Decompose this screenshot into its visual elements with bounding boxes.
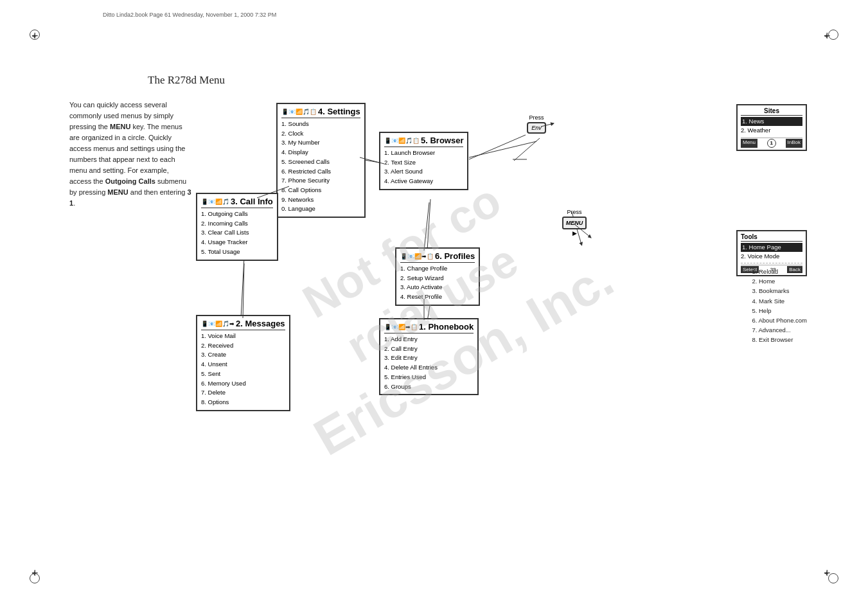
tools-sublist-8: 8. Exit Browser [752, 335, 807, 344]
watermark: Not for corcial useEricsson, Inc. [0, 0, 868, 613]
press-env-button: Env [527, 122, 546, 134]
box-callinfo: 📱📧📶🎵 3. Call Info 1. Outgoing Calls 2. I… [196, 193, 278, 261]
settings-header: 📱📧📶🎵📋 4. Settings [281, 107, 360, 118]
messages-header: 📱📧📶🎵➡ 2. Messages [201, 319, 285, 330]
browser-item-4: 4. Active Gateway [384, 177, 463, 186]
sites-footer-inbox: InBok [786, 139, 802, 148]
svg-connections [0, 0, 868, 613]
box-messages: 📱📧📶🎵➡ 2. Messages 1. Voice Mail 2. Recei… [196, 315, 290, 411]
tools-sublist: 1. Reload 2. Home 3. Bookmarks 4. Mark S… [752, 267, 807, 345]
press-menu-arrow: ▶ [572, 230, 577, 236]
tools-sublist-1: 1. Reload [752, 267, 807, 276]
callinfo-icons: 📱📧📶🎵 [201, 199, 229, 205]
tools-sublist-4: 4. Mark Site [752, 296, 807, 306]
tools-item-2: 2. Voice Mode [741, 252, 802, 261]
messages-item-8: 8. Options [201, 398, 285, 407]
corner-circle-tr [828, 30, 838, 40]
sites-footer: Menu 1 InBok [741, 138, 802, 148]
description-text: You can quickly access several commonly … [69, 101, 191, 207]
messages-item-7: 7. Delete [201, 388, 285, 398]
page-header: Ditto Linda2.book Page 61 Wednesday, Nov… [103, 12, 276, 18]
svg-line-14 [424, 202, 429, 251]
sites-footer-icon: 1 [767, 139, 776, 148]
tools-sublist-5: 5. Help [752, 306, 807, 315]
panel-sites: Sites 1. News 2. Weather Menu 1 InBok [736, 104, 807, 151]
profiles-item-4: 4. Reset Profile [400, 292, 475, 302]
callinfo-header: 📱📧📶🎵 3. Call Info [201, 197, 273, 208]
profiles-item-3: 3. Auto Activate [400, 283, 475, 292]
messages-items: 1. Voice Mail 2. Received 3. Create 4. U… [201, 332, 285, 407]
settings-item-6: 6. Restricted Calls [281, 167, 360, 177]
browser-header: 📱📧📶🎵📋 5. Browser [384, 136, 463, 147]
callinfo-item-2: 2. Incoming Calls [201, 219, 273, 229]
profiles-item-2: 2. Setup Wizard [400, 274, 475, 283]
browser-icons: 📱📧📶🎵📋 [384, 138, 420, 144]
messages-item-2: 2. Received [201, 341, 285, 351]
settings-item-5: 5. Screened Calls [281, 157, 360, 167]
phonebook-item-5: 5. Entries Used [384, 373, 474, 382]
tools-item-1: 1. Home Page [741, 243, 802, 252]
svg-line-1 [469, 141, 536, 157]
press-menu-group: Press MENU ▶ [562, 209, 587, 236]
tools-sublist-3: 3. Bookmarks [752, 286, 807, 296]
profiles-items: 1. Change Profile 2. Setup Wizard 3. Aut… [400, 264, 475, 302]
description-block: You can quickly access several commonly … [69, 100, 191, 209]
phonebook-item-2: 2. Call Entry [384, 344, 474, 354]
messages-item-5: 5. Sent [201, 369, 285, 379]
connection-lines [0, 0, 868, 613]
press-menu-button: MENU [562, 217, 587, 229]
settings-item-8: 8. Call Options [281, 186, 360, 195]
profiles-icons: 📱📧📶➡📋 [400, 253, 434, 260]
press-label: Press [529, 114, 544, 121]
phonebook-items: 1. Add Entry 2. Call Entry 3. Edit Entry… [384, 335, 474, 391]
sites-title: Sites [741, 107, 802, 116]
settings-item-1: 1. Sounds [281, 120, 360, 129]
tools-sublist-6: 6. About Phone.com [752, 315, 807, 325]
messages-item-6: 6. Memory Used [201, 379, 285, 389]
svg-line-16 [243, 263, 244, 318]
svg-line-11 [469, 135, 526, 159]
sites-item-1: 1. News [741, 117, 802, 126]
corner-circle-br [828, 573, 838, 583]
browser-item-3: 3. Alert Sound [384, 167, 463, 177]
browser-items: 1. Launch Browser 2. Text Size 3. Alert … [384, 148, 463, 186]
browser-item-2: 2. Text Size [384, 158, 463, 168]
profiles-title: 6. Profiles [435, 251, 475, 261]
settings-item-9: 9. Networks [281, 195, 360, 205]
phonebook-item-3: 3. Edit Entry [384, 353, 474, 363]
messages-icons: 📱📧📶🎵➡ [201, 321, 235, 327]
phonebook-item-6: 6. Groups [384, 382, 474, 392]
settings-icons: 📱📧📶🎵📋 [281, 109, 317, 115]
browser-title: 5. Browser [421, 136, 463, 145]
phonebook-header: 📱📧📶➡📋 1. Phonebook [384, 322, 474, 333]
callinfo-items: 1. Outgoing Calls 2. Incoming Calls 3. C… [201, 209, 273, 257]
callinfo-item-3: 3. Clear Call Lists [201, 228, 273, 238]
callinfo-item-1: 1. Outgoing Calls [201, 209, 273, 219]
settings-item-0: 0. Language [281, 204, 360, 214]
tools-title: Tools [741, 233, 802, 242]
svg-line-4 [241, 257, 244, 318]
box-profiles: 📱📧📶➡📋 6. Profiles 1. Change Profile 2. S… [395, 247, 480, 306]
press-menu-label: Press [567, 209, 581, 215]
phonebook-icons: 📱📧📶➡📋 [384, 324, 418, 330]
messages-title: 2. Messages [236, 319, 285, 328]
sites-footer-menu: Menu [741, 139, 757, 148]
sites-items: 1. News 2. Weather [741, 117, 802, 136]
settings-items: 1. Sounds 2. Clock 3. My Number 4. Displ… [281, 120, 360, 214]
sites-item-2: 2. Weather [741, 126, 802, 135]
callinfo-item-5: 5. Total Usage [201, 247, 273, 257]
page-title: The R278d Menu [148, 74, 225, 87]
settings-item-3: 3. My Number [281, 138, 360, 148]
tools-divider [741, 263, 802, 263]
settings-item-7: 7. Phone Security [281, 176, 360, 186]
tools-items: 1. Home Page 2. Voice Mode [741, 243, 802, 263]
profiles-item-1: 1. Change Profile [400, 264, 475, 274]
corner-circle-bl [30, 573, 40, 583]
callinfo-item-4: 4. Usage Tracker [201, 238, 273, 247]
svg-line-3 [427, 199, 430, 251]
messages-item-3: 3. Create [201, 350, 285, 360]
settings-item-4: 4. Display [281, 148, 360, 157]
box-browser: 📱📧📶🎵📋 5. Browser 1. Launch Browser 2. Te… [379, 132, 468, 190]
svg-line-6 [514, 138, 540, 161]
phonebook-item-1: 1. Add Entry [384, 335, 474, 344]
